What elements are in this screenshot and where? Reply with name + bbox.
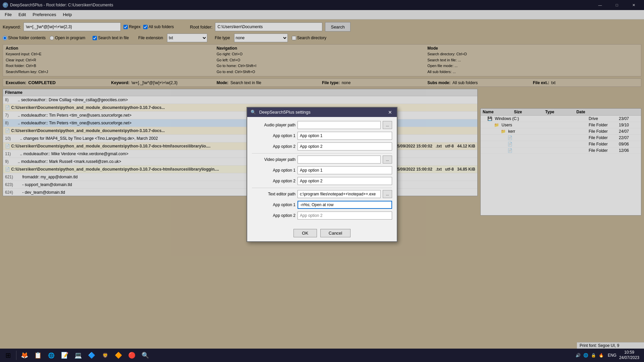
video-app2-label: App option 2: [252, 179, 296, 183]
text-editor-row: Text editor path ...: [252, 190, 392, 198]
taskbar-clock: 10:59 24/07/2023: [619, 350, 639, 360]
video-app1-label: App option 1: [252, 168, 296, 173]
audio-browse-button[interactable]: ...: [383, 121, 392, 129]
taskbar-icon-8[interactable]: 🔶: [112, 349, 124, 361]
audio-app1-row: App option 1: [252, 132, 392, 140]
text-editor-input[interactable]: [298, 190, 381, 198]
dialog-title: DeepSearch5Plus settings: [259, 110, 311, 115]
systray-icon-2[interactable]: 🌐: [583, 353, 588, 358]
modal-overlay: 🔍 DeepSearch5Plus settings ✕ Audio playe…: [0, 0, 644, 349]
taskbar-icon-6[interactable]: 🔷: [86, 349, 98, 361]
video-player-label: Video player path: [252, 157, 296, 162]
text-app1-row: App option 1: [252, 201, 392, 209]
video-player-row: Video player path ...: [252, 156, 392, 164]
taskbar-right: 🔊 🌐 🔒 🔥 ENG 10:59 24/07/2023: [576, 350, 642, 360]
text-app1-input[interactable]: [298, 201, 392, 209]
audio-app1-label: App option 1: [252, 133, 296, 138]
audio-player-label: Audio player path: [252, 123, 296, 127]
systray-icon-3[interactable]: 🔒: [591, 353, 596, 358]
systray-icon-1[interactable]: 🔊: [576, 353, 581, 358]
video-app1-input[interactable]: [298, 166, 392, 174]
audio-app1-input[interactable]: [298, 132, 392, 140]
settings-dialog: 🔍 DeepSearch5Plus settings ✕ Audio playe…: [247, 107, 397, 242]
taskbar-icon-10[interactable]: 🔍: [139, 349, 151, 361]
taskbar-icon-9[interactable]: 🔴: [126, 349, 138, 361]
text-browse-button[interactable]: ...: [383, 190, 392, 198]
divider-2: [252, 188, 392, 188]
taskbar-separator: [16, 351, 16, 360]
audio-app2-label: App option 2: [252, 144, 296, 149]
video-player-input[interactable]: [298, 156, 381, 164]
audio-app2-input[interactable]: [298, 142, 392, 150]
video-app2-input[interactable]: [298, 177, 392, 185]
taskbar-icon-5[interactable]: 💻: [72, 349, 84, 361]
text-app2-input[interactable]: [298, 212, 392, 220]
dialog-close-button[interactable]: ✕: [387, 110, 393, 115]
systray-icon-4[interactable]: 🔥: [599, 353, 604, 358]
video-app2-row: App option 2: [252, 177, 392, 185]
language-indicator[interactable]: ENG: [608, 353, 616, 358]
text-editor-label: Text editor path: [252, 192, 296, 196]
divider-1: [252, 153, 392, 154]
audio-app2-row: App option 2: [252, 142, 392, 150]
taskbar-icon-1[interactable]: 🦊: [18, 349, 31, 361]
text-app1-label: App option 1: [252, 202, 296, 207]
taskbar-icon-7[interactable]: 🦁: [99, 349, 111, 361]
video-browse-button[interactable]: ...: [383, 156, 392, 164]
text-app2-row: App option 2: [252, 212, 392, 220]
cancel-button[interactable]: Cancel: [320, 229, 351, 237]
audio-player-row: Audio player path ...: [252, 121, 392, 129]
start-button[interactable]: ⊞: [2, 349, 14, 361]
video-app1-row: App option 1: [252, 166, 392, 174]
ok-button[interactable]: OK: [293, 229, 317, 237]
taskbar-icon-2[interactable]: 📋: [32, 349, 44, 361]
text-app2-label: App option 2: [252, 213, 296, 218]
taskbar: ⊞ 🦊 📋 🌐 📝 💻 🔷 🦁 🔶 🔴 🔍 🔊 🌐 🔒 🔥 ENG 10:59 …: [0, 349, 644, 362]
dialog-title-bar: 🔍 DeepSearch5Plus settings ✕: [247, 108, 397, 117]
dialog-body: Audio player path ... App option 1 App o…: [247, 117, 397, 226]
audio-player-input[interactable]: [298, 121, 381, 129]
dialog-footer: OK Cancel: [247, 226, 397, 241]
taskbar-icon-4[interactable]: 📝: [59, 349, 71, 361]
taskbar-icon-3[interactable]: 🌐: [45, 349, 57, 361]
